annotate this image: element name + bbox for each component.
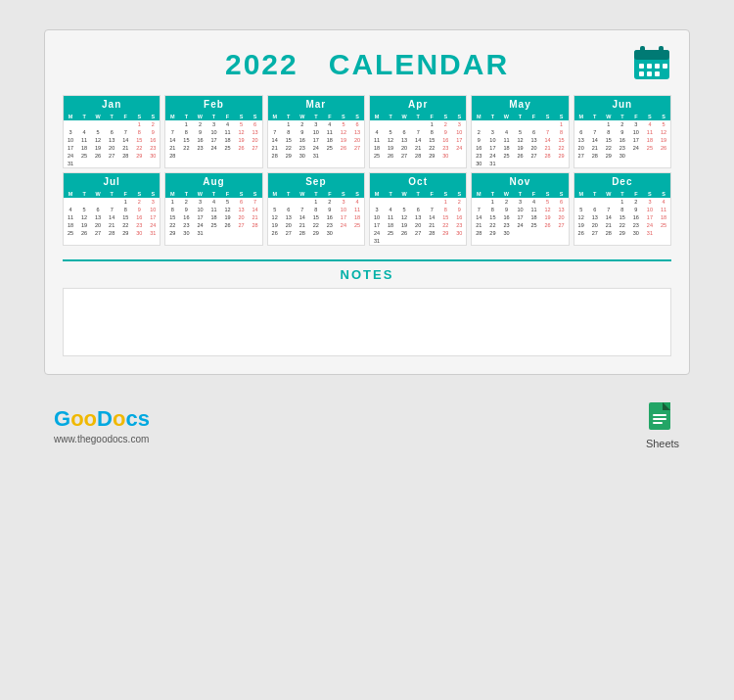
day-cell: 22 [485, 221, 499, 229]
dow-cell: S [541, 190, 555, 198]
day-cell: 31 [64, 160, 77, 167]
day-cell: 29 [555, 152, 569, 160]
svg-rect-16 [653, 422, 663, 424]
month-block-aug: AugMTWTFSS123456789101112131415161718192… [164, 172, 262, 246]
day-cell: 6 [105, 128, 118, 136]
month-name: Mar [268, 96, 364, 113]
day-cell: 3 [629, 120, 643, 128]
day-cell: 12 [235, 128, 249, 136]
day-cell: 13 [105, 136, 118, 144]
day-cell: · [235, 152, 249, 160]
dow-cell: W [296, 190, 309, 198]
day-cell: 10 [64, 136, 77, 144]
dow-cell: S [235, 113, 249, 120]
dow-row: MTWTFSS [64, 113, 160, 120]
month-block-oct: OctMTWTFSS·····1234567891011121314151617… [369, 172, 467, 246]
day-cell: 24 [64, 152, 77, 160]
day-cell: 7 [296, 206, 309, 213]
day-cell: 11 [384, 213, 397, 221]
day-cell: 15 [485, 213, 499, 221]
day-cell: 12 [657, 128, 670, 136]
day-cell: 26 [221, 221, 235, 229]
dow-row: MTWTFSS [165, 113, 261, 120]
day-cell: 3 [193, 198, 206, 206]
day-cell: 11 [370, 136, 384, 144]
dow-cell: S [249, 190, 262, 198]
day-cell: 18 [499, 144, 513, 152]
day-cell: 2 [179, 198, 193, 206]
dow-cell: F [323, 113, 337, 120]
day-cell: 19 [541, 213, 555, 221]
day-cell: · [541, 229, 555, 237]
dow-cell: F [629, 113, 643, 120]
day-cell: 20 [528, 144, 541, 152]
day-cell: 20 [397, 144, 411, 152]
days-grid: ······1234567891011121314151617181920212… [472, 120, 568, 167]
dow-cell: W [397, 190, 411, 198]
day-cell: 6 [282, 206, 296, 213]
day-cell: 25 [657, 221, 670, 229]
day-cell: 27 [105, 152, 118, 160]
day-cell: · [64, 198, 77, 206]
day-cell: 19 [221, 213, 235, 221]
day-cell: 2 [438, 120, 452, 128]
day-cell: · [77, 198, 91, 206]
dow-cell: F [221, 113, 235, 120]
dow-cell: F [425, 113, 438, 120]
day-cell: 21 [541, 144, 555, 152]
month-name: Jan [64, 96, 160, 113]
day-cell: 27 [235, 221, 249, 229]
day-cell: 13 [411, 213, 425, 221]
month-name: Nov [472, 173, 568, 190]
day-cell: 27 [350, 144, 364, 152]
day-cell: 31 [193, 229, 206, 237]
day-cell: 31 [485, 160, 499, 167]
day-cell: 23 [132, 221, 146, 229]
month-block-may: MayMTWTFSS······123456789101112131415161… [471, 95, 569, 168]
day-cell: · [91, 160, 105, 167]
day-cell: 10 [370, 213, 384, 221]
day-cell: 14 [425, 213, 438, 221]
dow-cell: T [105, 113, 118, 120]
dow-cell: T [309, 113, 323, 120]
day-cell: 19 [657, 136, 670, 144]
day-cell: 14 [602, 213, 616, 221]
dow-cell: M [64, 113, 77, 120]
day-cell: 2 [629, 198, 643, 206]
month-name: Dec [574, 173, 670, 190]
day-cell: 5 [77, 206, 91, 213]
day-cell: 11 [528, 206, 541, 213]
day-cell: 13 [249, 128, 262, 136]
days-grid: ···1234567891011121314151617181920212223… [574, 198, 670, 237]
day-cell: 3 [309, 120, 323, 128]
day-cell: 18 [528, 213, 541, 221]
day-cell: 26 [235, 144, 249, 152]
day-cell: 9 [452, 206, 466, 213]
dow-row: MTWTFSS [574, 190, 670, 198]
month-block-jun: JunMTWTFSS··1234567891011121314151617181… [573, 95, 671, 168]
day-cell: 30 [499, 229, 513, 237]
year-text: 2022 [225, 48, 298, 80]
notes-box[interactable] [63, 288, 671, 356]
day-cell: 1 [132, 120, 146, 128]
day-cell: 10 [485, 136, 499, 144]
day-cell: 10 [193, 206, 206, 213]
dow-cell: S [438, 190, 452, 198]
day-cell: 27 [528, 152, 541, 160]
month-block-jul: JulMTWTFSS····12345678910111213141516171… [63, 172, 161, 246]
day-cell: 18 [64, 221, 77, 229]
days-grid: ·····12345678910111213141516171819202122… [370, 198, 466, 245]
dow-cell: S [235, 190, 249, 198]
day-cell: 22 [118, 221, 132, 229]
day-cell: 25 [499, 152, 513, 160]
day-cell: 23 [499, 221, 513, 229]
day-cell: 31 [146, 229, 160, 237]
day-cell: 1 [309, 198, 323, 206]
day-cell: · [541, 120, 555, 128]
day-cell: 5 [91, 128, 105, 136]
day-cell: · [118, 160, 132, 167]
svg-rect-8 [647, 71, 652, 76]
day-cell: 3 [513, 198, 527, 206]
day-cell: 3 [370, 206, 384, 213]
day-cell: 3 [452, 120, 466, 128]
